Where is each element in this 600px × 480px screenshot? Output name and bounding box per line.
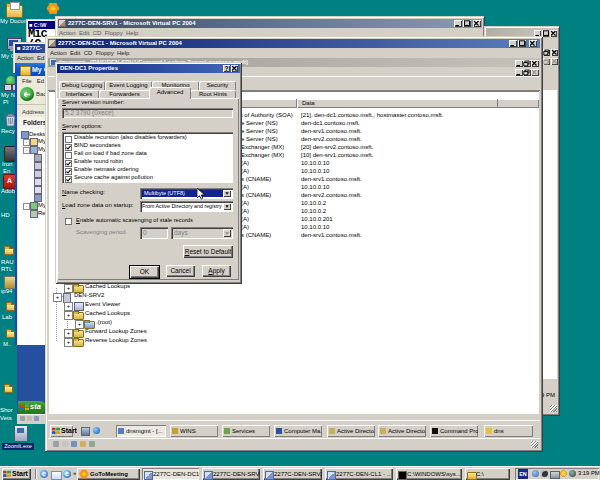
svg-text:?: ? [224,65,228,72]
